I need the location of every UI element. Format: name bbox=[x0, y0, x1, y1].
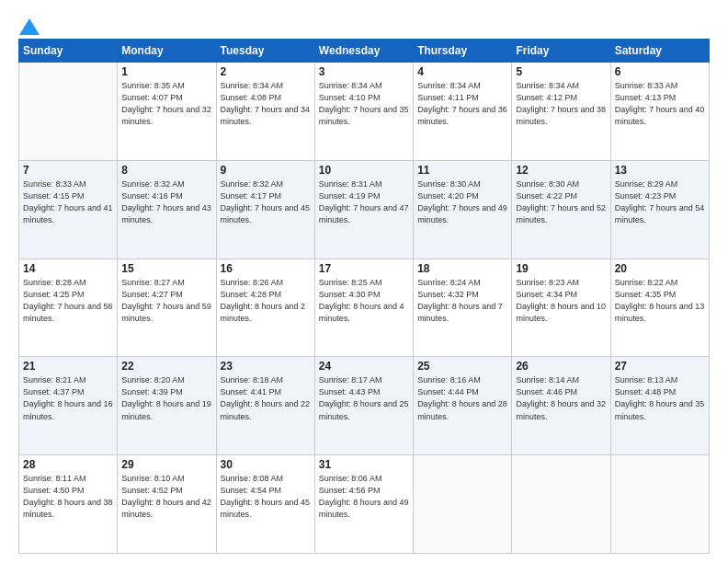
col-header-thursday: Thursday bbox=[414, 40, 512, 63]
header bbox=[18, 14, 710, 31]
calendar-cell: 12Sunrise: 8:30 AMSunset: 4:22 PMDayligh… bbox=[512, 160, 610, 259]
calendar-cell: 17Sunrise: 8:25 AMSunset: 4:30 PMDayligh… bbox=[314, 259, 413, 357]
day-number: 12 bbox=[516, 164, 606, 177]
day-number: 8 bbox=[121, 164, 211, 177]
day-info: Sunrise: 8:14 AMSunset: 4:46 PMDaylight:… bbox=[516, 374, 606, 422]
day-info: Sunrise: 8:20 AMSunset: 4:39 PMDaylight:… bbox=[121, 374, 211, 422]
day-number: 7 bbox=[23, 164, 113, 177]
day-info: Sunrise: 8:33 AMSunset: 4:15 PMDaylight:… bbox=[23, 178, 113, 226]
day-info: Sunrise: 8:08 AMSunset: 4:54 PMDaylight:… bbox=[221, 473, 311, 521]
day-info: Sunrise: 8:34 AMSunset: 4:10 PMDaylight:… bbox=[319, 80, 409, 128]
calendar-cell: 7Sunrise: 8:33 AMSunset: 4:15 PMDaylight… bbox=[19, 160, 118, 259]
day-info: Sunrise: 8:23 AMSunset: 4:34 PMDaylight:… bbox=[516, 277, 606, 325]
calendar-cell: 21Sunrise: 8:21 AMSunset: 4:37 PMDayligh… bbox=[19, 357, 118, 455]
day-number: 28 bbox=[23, 458, 113, 471]
day-info: Sunrise: 8:13 AMSunset: 4:48 PMDaylight:… bbox=[615, 374, 705, 422]
calendar-cell: 11Sunrise: 8:30 AMSunset: 4:20 PMDayligh… bbox=[414, 160, 512, 259]
calendar-cell: 20Sunrise: 8:22 AMSunset: 4:35 PMDayligh… bbox=[610, 259, 709, 357]
calendar-week-row: 14Sunrise: 8:28 AMSunset: 4:25 PMDayligh… bbox=[19, 259, 710, 357]
day-info: Sunrise: 8:25 AMSunset: 4:30 PMDaylight:… bbox=[319, 277, 409, 325]
calendar-cell: 31Sunrise: 8:06 AMSunset: 4:56 PMDayligh… bbox=[314, 455, 413, 554]
calendar-cell: 8Sunrise: 8:32 AMSunset: 4:16 PMDaylight… bbox=[118, 160, 216, 259]
logo-icon bbox=[19, 18, 40, 35]
calendar-cell: 25Sunrise: 8:16 AMSunset: 4:44 PMDayligh… bbox=[414, 357, 512, 455]
day-number: 30 bbox=[221, 458, 311, 471]
day-number: 19 bbox=[516, 262, 606, 275]
day-number: 14 bbox=[23, 262, 113, 275]
calendar-cell: 30Sunrise: 8:08 AMSunset: 4:54 PMDayligh… bbox=[216, 455, 314, 554]
calendar-cell: 24Sunrise: 8:17 AMSunset: 4:43 PMDayligh… bbox=[314, 357, 413, 455]
calendar-cell bbox=[610, 455, 709, 554]
calendar-cell: 29Sunrise: 8:10 AMSunset: 4:52 PMDayligh… bbox=[118, 455, 216, 554]
day-info: Sunrise: 8:33 AMSunset: 4:13 PMDaylight:… bbox=[615, 80, 705, 128]
calendar-week-row: 28Sunrise: 8:11 AMSunset: 4:50 PMDayligh… bbox=[19, 455, 710, 554]
day-number: 2 bbox=[221, 65, 311, 78]
calendar-cell: 10Sunrise: 8:31 AMSunset: 4:19 PMDayligh… bbox=[314, 160, 413, 259]
day-number: 16 bbox=[221, 262, 311, 275]
day-info: Sunrise: 8:34 AMSunset: 4:11 PMDaylight:… bbox=[417, 80, 507, 128]
day-info: Sunrise: 8:30 AMSunset: 4:20 PMDaylight:… bbox=[417, 178, 507, 226]
calendar-week-row: 1Sunrise: 8:35 AMSunset: 4:07 PMDaylight… bbox=[19, 63, 710, 161]
day-number: 27 bbox=[615, 360, 705, 373]
calendar-cell: 14Sunrise: 8:28 AMSunset: 4:25 PMDayligh… bbox=[19, 259, 118, 357]
day-number: 20 bbox=[615, 262, 705, 275]
calendar-cell: 28Sunrise: 8:11 AMSunset: 4:50 PMDayligh… bbox=[19, 455, 118, 554]
day-number: 26 bbox=[516, 360, 606, 373]
day-info: Sunrise: 8:10 AMSunset: 4:52 PMDaylight:… bbox=[121, 473, 211, 521]
day-number: 3 bbox=[319, 65, 409, 78]
day-info: Sunrise: 8:34 AMSunset: 4:12 PMDaylight:… bbox=[516, 80, 606, 128]
calendar-cell: 27Sunrise: 8:13 AMSunset: 4:48 PMDayligh… bbox=[610, 357, 709, 455]
day-info: Sunrise: 8:35 AMSunset: 4:07 PMDaylight:… bbox=[121, 80, 211, 128]
day-info: Sunrise: 8:17 AMSunset: 4:43 PMDaylight:… bbox=[319, 374, 409, 422]
calendar-cell: 26Sunrise: 8:14 AMSunset: 4:46 PMDayligh… bbox=[512, 357, 610, 455]
day-info: Sunrise: 8:32 AMSunset: 4:17 PMDaylight:… bbox=[221, 178, 311, 226]
calendar-cell bbox=[414, 455, 512, 554]
day-info: Sunrise: 8:28 AMSunset: 4:25 PMDaylight:… bbox=[23, 277, 113, 325]
day-info: Sunrise: 8:32 AMSunset: 4:16 PMDaylight:… bbox=[121, 178, 211, 226]
day-info: Sunrise: 8:34 AMSunset: 4:08 PMDaylight:… bbox=[221, 80, 311, 128]
day-info: Sunrise: 8:26 AMSunset: 4:28 PMDaylight:… bbox=[221, 277, 311, 325]
day-number: 1 bbox=[121, 65, 211, 78]
calendar-header-row: SundayMondayTuesdayWednesdayThursdayFrid… bbox=[19, 40, 710, 63]
calendar-cell: 2Sunrise: 8:34 AMSunset: 4:08 PMDaylight… bbox=[216, 63, 314, 161]
day-number: 29 bbox=[121, 458, 211, 471]
day-number: 5 bbox=[516, 65, 606, 78]
calendar-cell bbox=[19, 63, 118, 161]
day-number: 6 bbox=[615, 65, 705, 78]
day-info: Sunrise: 8:31 AMSunset: 4:19 PMDaylight:… bbox=[319, 178, 409, 226]
col-header-tuesday: Tuesday bbox=[216, 40, 314, 63]
day-number: 15 bbox=[121, 262, 211, 275]
svg-marker-0 bbox=[19, 18, 40, 35]
calendar-cell: 23Sunrise: 8:18 AMSunset: 4:41 PMDayligh… bbox=[216, 357, 314, 455]
page: SundayMondayTuesdayWednesdayThursdayFrid… bbox=[0, 0, 728, 563]
day-number: 25 bbox=[417, 360, 507, 373]
col-header-monday: Monday bbox=[118, 40, 216, 63]
day-info: Sunrise: 8:18 AMSunset: 4:41 PMDaylight:… bbox=[221, 374, 311, 422]
calendar-cell: 18Sunrise: 8:24 AMSunset: 4:32 PMDayligh… bbox=[414, 259, 512, 357]
calendar-cell: 19Sunrise: 8:23 AMSunset: 4:34 PMDayligh… bbox=[512, 259, 610, 357]
col-header-friday: Friday bbox=[512, 40, 610, 63]
logo-text bbox=[18, 14, 40, 31]
col-header-wednesday: Wednesday bbox=[314, 40, 413, 63]
calendar-cell: 15Sunrise: 8:27 AMSunset: 4:27 PMDayligh… bbox=[118, 259, 216, 357]
calendar-cell: 4Sunrise: 8:34 AMSunset: 4:11 PMDaylight… bbox=[414, 63, 512, 161]
calendar-cell: 5Sunrise: 8:34 AMSunset: 4:12 PMDaylight… bbox=[512, 63, 610, 161]
day-number: 4 bbox=[417, 65, 507, 78]
day-info: Sunrise: 8:24 AMSunset: 4:32 PMDaylight:… bbox=[417, 277, 507, 325]
day-number: 21 bbox=[23, 360, 113, 373]
day-number: 10 bbox=[319, 164, 409, 177]
day-info: Sunrise: 8:27 AMSunset: 4:27 PMDaylight:… bbox=[121, 277, 211, 325]
day-number: 31 bbox=[319, 458, 409, 471]
day-number: 11 bbox=[417, 164, 507, 177]
day-number: 22 bbox=[121, 360, 211, 373]
day-number: 23 bbox=[221, 360, 311, 373]
day-info: Sunrise: 8:06 AMSunset: 4:56 PMDaylight:… bbox=[319, 473, 409, 521]
day-number: 24 bbox=[319, 360, 409, 373]
day-info: Sunrise: 8:21 AMSunset: 4:37 PMDaylight:… bbox=[23, 374, 113, 422]
day-number: 17 bbox=[319, 262, 409, 275]
day-number: 13 bbox=[615, 164, 705, 177]
day-info: Sunrise: 8:11 AMSunset: 4:50 PMDaylight:… bbox=[23, 473, 113, 521]
calendar-cell: 6Sunrise: 8:33 AMSunset: 4:13 PMDaylight… bbox=[610, 63, 709, 161]
calendar-cell: 3Sunrise: 8:34 AMSunset: 4:10 PMDaylight… bbox=[314, 63, 413, 161]
calendar-cell bbox=[512, 455, 610, 554]
